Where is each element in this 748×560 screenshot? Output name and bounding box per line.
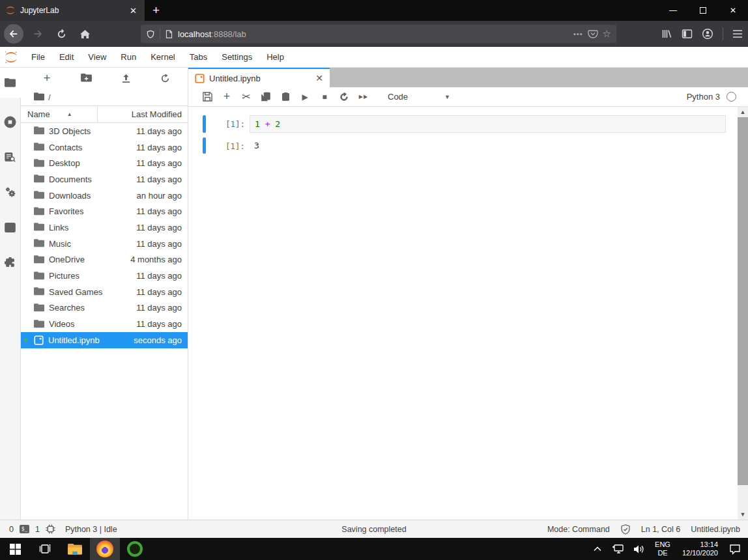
breadcrumb-root[interactable]: /	[48, 92, 51, 102]
menu-hamburger-icon[interactable]	[732, 29, 743, 38]
menu-settings[interactable]: Settings	[214, 47, 259, 67]
file-name: Desktop	[49, 158, 80, 168]
file-row-links[interactable]: Links11 days ago	[21, 219, 188, 236]
notebook-scrollbar[interactable]: ▲ ▼	[738, 107, 748, 520]
new-folder-button[interactable]	[79, 70, 94, 86]
start-button[interactable]	[0, 538, 30, 560]
file-row-saved-games[interactable]: Saved Games11 days ago	[21, 284, 188, 300]
library-icon[interactable]	[661, 29, 672, 39]
volume-icon[interactable]	[630, 538, 648, 560]
account-icon[interactable]	[702, 28, 713, 40]
file-name: Contacts	[49, 143, 82, 152]
sidebar-item-command-palette[interactable]	[0, 142, 21, 172]
menu-run[interactable]: Run	[113, 47, 143, 67]
save-button[interactable]	[197, 89, 217, 105]
run-button[interactable]: ▶	[295, 89, 315, 105]
sidebar-item-file-browser[interactable]	[0, 68, 21, 98]
scroll-down-icon[interactable]: ▼	[738, 509, 748, 520]
input-prompt: [1]:	[206, 115, 245, 129]
interrupt-kernel-button[interactable]: ■	[315, 89, 334, 105]
firefox-taskbar-button[interactable]	[90, 538, 120, 560]
sidebar-icon[interactable]	[682, 29, 693, 39]
network-icon[interactable]	[609, 538, 627, 560]
file-explorer-button[interactable]	[60, 538, 90, 560]
column-header-modified[interactable]: Last Modified	[98, 109, 188, 119]
upload-button[interactable]	[118, 70, 134, 86]
cut-cells-button[interactable]: ✂	[237, 89, 256, 105]
bookmark-star-icon[interactable]: ☆	[603, 28, 611, 40]
menu-kernel[interactable]: Kernel	[143, 47, 182, 67]
forward-button[interactable]	[29, 25, 47, 43]
sidebar-item-running-sessions[interactable]	[0, 107, 21, 137]
sidebar-item-extension-manager[interactable]	[0, 247, 21, 277]
file-row-contacts[interactable]: Contacts11 days ago	[21, 139, 188, 156]
cursor-position[interactable]: Ln 1, Col 6	[641, 525, 680, 534]
action-center-icon[interactable]	[726, 538, 744, 560]
file-row-searches[interactable]: Searches11 days ago	[21, 300, 188, 316]
paste-cells-button[interactable]	[276, 89, 295, 105]
code-editor[interactable]: 1 + 2	[250, 115, 726, 133]
language-indicator[interactable]: ENG DE	[651, 540, 674, 557]
file-row-downloads[interactable]: Downloadsan hour ago	[21, 188, 188, 204]
browser-tab[interactable]: JupyterLab ✕	[0, 0, 145, 21]
column-header-name[interactable]: Name ▲	[21, 106, 98, 122]
restart-kernel-button[interactable]	[334, 89, 354, 105]
reload-button[interactable]	[52, 25, 70, 43]
green-app-button[interactable]	[120, 538, 150, 560]
tracking-shield-icon[interactable]	[146, 29, 155, 39]
url-text[interactable]: localhost:8888/lab	[178, 29, 569, 39]
menu-view[interactable]: View	[81, 47, 113, 67]
file-row-desktop[interactable]: Desktop11 days ago	[21, 155, 188, 171]
folder-icon	[34, 303, 44, 313]
restore-button[interactable]	[688, 0, 718, 21]
jupyterlab-menubar: File Edit View Run Kernel Tabs Settings …	[0, 47, 748, 68]
file-row-music[interactable]: Music11 days ago	[21, 236, 188, 252]
kernel-status-icon[interactable]	[726, 92, 736, 102]
run-all-button[interactable]: ▶▶	[354, 89, 373, 105]
tab-close-icon[interactable]: ✕	[127, 5, 139, 17]
file-row-documents[interactable]: Documents11 days ago	[21, 171, 188, 188]
back-button[interactable]	[4, 24, 23, 44]
file-row-untitled-ipynb[interactable]: Untitled.ipynb seconds ago	[21, 332, 188, 348]
close-button[interactable]: ✕	[718, 0, 748, 21]
chevron-down-icon: ▼	[444, 94, 450, 100]
home-button[interactable]	[76, 25, 94, 43]
file-row-favorites[interactable]: Favorites11 days ago	[21, 203, 188, 219]
menu-edit[interactable]: Edit	[52, 47, 81, 67]
tab-close-icon[interactable]: ✕	[315, 73, 323, 83]
file-name: Downloads	[49, 191, 91, 201]
code-cell-input[interactable]: [1]: 1 + 2	[188, 115, 738, 133]
add-cell-button[interactable]: +	[217, 89, 237, 105]
notebook-content[interactable]: [1]: 1 + 2 [1]: 3 ▲ ▼	[188, 107, 748, 520]
new-launcher-button[interactable]: +	[39, 70, 55, 86]
file-row-3d-objects[interactable]: 3D Objects11 days ago	[21, 123, 188, 139]
kernel-name[interactable]: Python 3	[687, 92, 720, 102]
minimize-button[interactable]: —	[658, 0, 688, 21]
scroll-up-icon[interactable]: ▲	[738, 107, 748, 117]
cell-type-select[interactable]: Code ▼	[384, 91, 454, 103]
menu-tabs[interactable]: Tabs	[182, 47, 214, 67]
notebook-mode[interactable]: Mode: Command	[547, 525, 610, 534]
tab-untitled-ipynb[interactable]: Untitled.ipynb ✕	[188, 68, 330, 87]
task-view-button[interactable]	[30, 538, 60, 560]
refresh-button[interactable]	[158, 70, 173, 86]
clock[interactable]: 13:14 12/10/2020	[677, 540, 723, 557]
tray-expand-icon[interactable]	[588, 538, 607, 560]
file-row-onedrive[interactable]: OneDrive4 months ago	[21, 252, 188, 268]
file-modified: 4 months ago	[130, 255, 182, 264]
breadcrumb[interactable]: /	[21, 89, 188, 105]
page-actions-icon[interactable]: •••	[573, 30, 583, 38]
scrollbar-thumb[interactable]	[738, 117, 748, 485]
code-cell-output[interactable]: [1]: 3	[188, 137, 738, 154]
sidebar-item-open-tabs[interactable]	[0, 212, 21, 242]
pocket-icon[interactable]	[588, 29, 598, 39]
file-row-pictures[interactable]: Pictures11 days ago	[21, 268, 188, 284]
menu-help[interactable]: Help	[259, 47, 291, 67]
file-row-videos[interactable]: Videos11 days ago	[21, 316, 188, 332]
copy-cells-button[interactable]	[256, 89, 276, 105]
new-tab-button[interactable]: +	[145, 0, 167, 21]
sidebar-item-property-inspector[interactable]	[0, 177, 21, 207]
url-bar[interactable]: localhost:8888/lab ••• ☆	[141, 25, 616, 43]
statusbar-filename[interactable]: Untitled.ipynb	[691, 525, 740, 534]
menu-file[interactable]: File	[24, 47, 52, 67]
